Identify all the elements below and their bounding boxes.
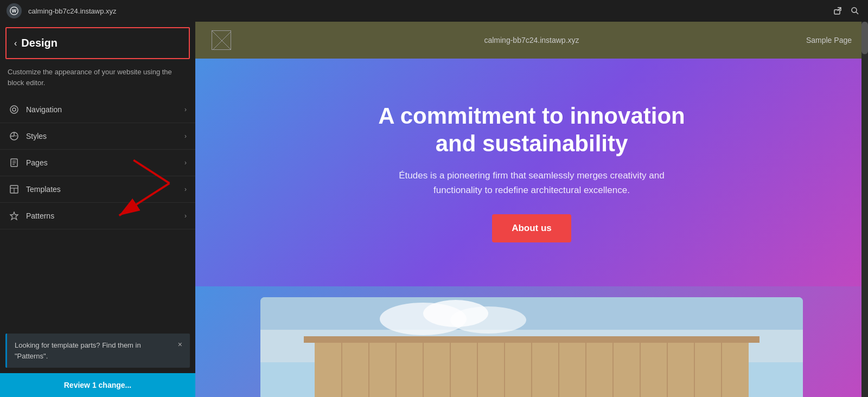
templates-icon <box>9 184 20 195</box>
svg-rect-39 <box>304 336 760 343</box>
sidebar-item-navigation[interactable]: Navigation › <box>0 97 195 123</box>
notification-close-button[interactable]: × <box>178 340 182 349</box>
main-content: ‹ Design Customize the appearance of you… <box>0 22 868 397</box>
templates-chevron: › <box>184 185 187 193</box>
site-domain-preview: calming-bb7c24.instawp.xyz <box>484 36 579 44</box>
design-subtitle: Customize the appearance of your website… <box>0 65 195 97</box>
top-bar-actions <box>831 4 861 17</box>
styles-chevron: › <box>184 132 187 140</box>
notification-box: Looking for template parts? Find them in… <box>5 334 190 368</box>
patterns-icon <box>9 210 20 221</box>
site-domain: calming-bb7c24.instawp.xyz <box>28 7 825 15</box>
navigation-icon <box>9 104 20 115</box>
site-logo-area <box>212 30 231 50</box>
sidebar-item-pages[interactable]: Pages › <box>0 150 195 176</box>
scrollbar-thumb[interactable] <box>861 22 868 54</box>
styles-label: Styles <box>26 132 178 140</box>
svg-marker-15 <box>10 212 18 220</box>
building-section <box>195 286 868 397</box>
design-header: ‹ Design <box>5 27 190 59</box>
external-link-button[interactable] <box>831 4 844 17</box>
site-header: Sample Page calming-bb7c24.instawp.xyz <box>195 22 868 59</box>
patterns-label: Patterns <box>26 212 178 220</box>
sidebar-item-styles[interactable]: Styles › <box>0 123 195 150</box>
svg-point-3 <box>852 8 857 12</box>
top-bar: W calming-bb7c24.instawp.xyz <box>0 0 868 22</box>
sidebar-menu: Navigation › Styles › <box>0 97 195 328</box>
svg-line-19 <box>212 31 231 50</box>
notification-text: Looking for template parts? Find them in… <box>15 340 174 361</box>
navigation-chevron: › <box>184 106 187 113</box>
scrollbar[interactable] <box>861 22 868 397</box>
sidebar: ‹ Design Customize the appearance of you… <box>0 22 195 397</box>
hero-subtitle: Études is a pioneering firm that seamles… <box>391 168 673 197</box>
pages-chevron: › <box>184 159 187 167</box>
svg-point-5 <box>10 106 18 113</box>
sidebar-item-templates[interactable]: Templates › <box>0 176 195 203</box>
templates-label: Templates <box>26 185 178 194</box>
svg-rect-2 <box>834 10 840 14</box>
back-arrow-icon[interactable]: ‹ <box>14 39 17 48</box>
search-button[interactable] <box>848 4 861 17</box>
about-us-button[interactable]: About us <box>492 214 571 242</box>
styles-icon <box>9 131 20 142</box>
design-title: Design <box>21 37 58 49</box>
svg-point-6 <box>12 108 16 111</box>
building-image <box>260 297 803 397</box>
patterns-chevron: › <box>184 212 187 220</box>
hero-section: A commitment to innovation and sustainab… <box>195 59 868 286</box>
sidebar-item-patterns[interactable]: Patterns › <box>0 203 195 229</box>
navigation-label: Navigation <box>26 105 178 114</box>
svg-point-42 <box>450 306 526 334</box>
website-preview: Sample Page calming-bb7c24.instawp.xyz A… <box>195 22 868 397</box>
pages-label: Pages <box>26 158 178 167</box>
svg-text:W: W <box>12 8 17 14</box>
preview-area: Sample Page calming-bb7c24.instawp.xyz A… <box>195 22 868 397</box>
hero-title: A commitment to innovation and sustainab… <box>369 103 694 157</box>
pages-icon <box>9 157 20 168</box>
review-changes-button[interactable]: Review 1 change... <box>0 373 195 397</box>
wp-logo-icon[interactable]: W <box>7 3 22 18</box>
svg-line-4 <box>856 12 858 14</box>
site-nav-sample[interactable]: Sample Page <box>806 36 852 44</box>
